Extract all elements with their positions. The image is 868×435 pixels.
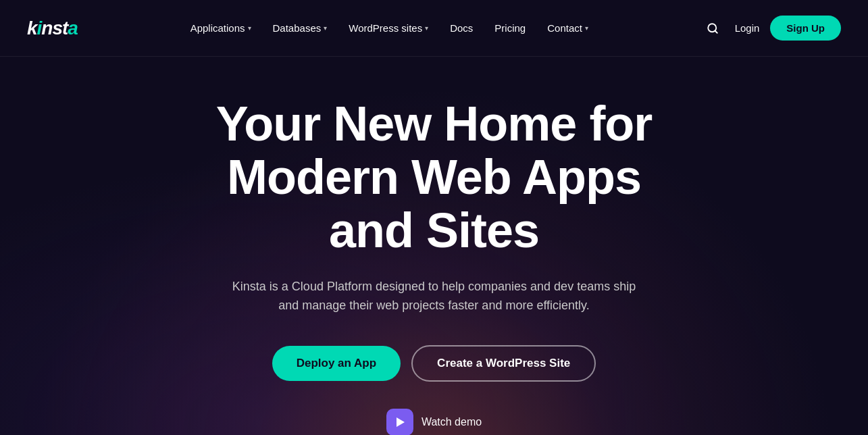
nav-wordpress-label: WordPress sites [349, 22, 422, 34]
logo[interactable]: kinsta [27, 18, 78, 39]
nav-item-wordpress-sites[interactable]: WordPress sites ▾ [339, 17, 438, 39]
watch-demo-link[interactable]: Watch demo [386, 409, 482, 435]
play-button-icon [386, 409, 413, 435]
nav-right: Login Sign Up [701, 16, 841, 41]
nav-contact-label: Contact [547, 22, 582, 34]
hero-section: Your New Home for Modern Web Apps and Si… [0, 57, 868, 435]
nav-item-docs[interactable]: Docs [440, 17, 482, 39]
chevron-down-icon: ▾ [425, 24, 428, 32]
nav-item-contact[interactable]: Contact ▾ [538, 17, 598, 39]
search-button[interactable] [701, 17, 724, 40]
deploy-app-button[interactable]: Deploy an App [272, 346, 401, 381]
create-wordpress-site-button[interactable]: Create a WordPress Site [411, 345, 596, 382]
nav-links: Applications ▾ Databases ▾ WordPress sit… [181, 17, 598, 39]
search-icon [707, 22, 719, 34]
nav-item-pricing[interactable]: Pricing [485, 17, 535, 39]
hero-subtitle: Kinsta is a Cloud Platform designed to h… [225, 277, 644, 316]
nav-item-databases[interactable]: Databases ▾ [263, 17, 337, 39]
signup-button[interactable]: Sign Up [770, 16, 841, 41]
logo-text: kinsta [27, 18, 78, 39]
hero-buttons: Deploy an App Create a WordPress Site [272, 345, 596, 382]
nav-applications-label: Applications [190, 22, 245, 34]
nav-item-applications[interactable]: Applications ▾ [181, 17, 261, 39]
svg-line-1 [715, 30, 717, 32]
nav-databases-label: Databases [273, 22, 322, 34]
navbar: kinsta Applications ▾ Databases ▾ WordPr… [0, 0, 868, 57]
watch-demo-label: Watch demo [422, 416, 482, 428]
chevron-down-icon: ▾ [324, 24, 327, 32]
chevron-down-icon: ▾ [585, 24, 588, 32]
nav-docs-label: Docs [450, 22, 473, 34]
nav-pricing-label: Pricing [494, 22, 526, 34]
hero-title: Your New Home for Modern Web Apps and Si… [198, 97, 671, 258]
login-link[interactable]: Login [735, 22, 760, 34]
play-triangle-icon [397, 417, 405, 427]
chevron-down-icon: ▾ [248, 24, 251, 32]
